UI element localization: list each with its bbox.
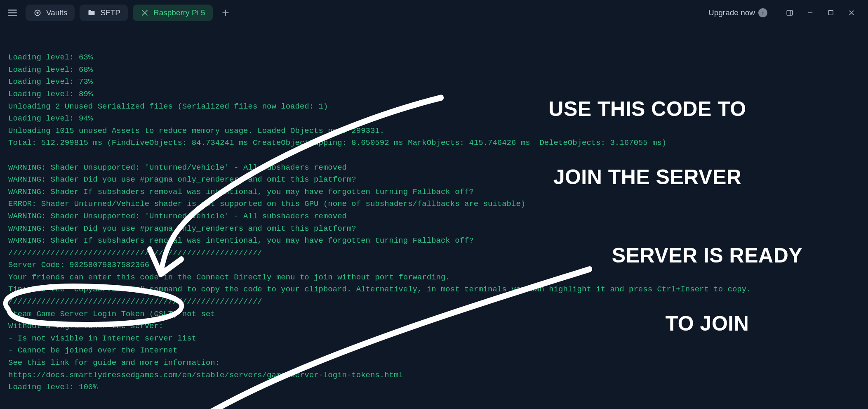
terminal-line: - Cannot be joined over the Internet — [8, 345, 860, 357]
tab-raspberry-pi-5[interactable]: Raspberry Pi 5 — [133, 5, 213, 21]
upgrade-label: Upgrade now — [708, 8, 755, 17]
titlebar: Vaults SFTP Raspberry Pi 5 Upgrade now ↑ — [0, 0, 868, 26]
panel-toggle-button[interactable] — [781, 5, 799, 20]
terminal-output[interactable]: Loading level: 63%Loading level: 68%Load… — [0, 26, 868, 409]
terminal-line: WARNING: Shader Did you use #pragma only… — [8, 174, 860, 186]
minimize-icon — [807, 9, 814, 17]
terminal-line: Loading level: 89% — [8, 88, 860, 101]
terminal-line: ////////////////////////////////////////… — [8, 247, 860, 260]
terminal-line: WARNING: Shader If subshaders removal wa… — [8, 186, 860, 199]
tab-label: Raspberry Pi 5 — [153, 8, 205, 17]
terminal-line — [8, 149, 860, 162]
svg-rect-5 — [829, 11, 833, 15]
plus-icon — [221, 9, 230, 17]
terminal-line: Loading level: 68% — [8, 64, 860, 76]
vault-icon — [33, 8, 42, 17]
maximize-icon — [827, 9, 835, 17]
upgrade-arrow-icon: ↑ — [758, 8, 767, 17]
tab-vaults[interactable]: Vaults — [26, 5, 75, 21]
terminal-line: ERROR: Shader Unturned/Vehicle shader is… — [8, 198, 860, 210]
terminal-line: Your friends can enter this code in the … — [8, 272, 860, 284]
terminal-line: Tip: Use the "CopyServerCode" command to… — [8, 284, 860, 296]
window-close-icon — [848, 9, 855, 17]
terminal-line: Unloading 2 Unused Serialized files (Ser… — [8, 101, 860, 113]
terminal-line: WARNING: Shader Did you use #pragma only… — [8, 223, 860, 235]
terminal-line: Loading level: 63% — [8, 52, 860, 64]
terminal-line: Loading level: 100% — [8, 381, 860, 394]
close-icon[interactable] — [140, 8, 149, 17]
new-tab-button[interactable] — [218, 5, 233, 21]
terminal-line: Steam Game Server Login Token (GSLT) not… — [8, 308, 860, 321]
menu-button[interactable] — [4, 5, 21, 21]
window-close-button[interactable] — [842, 5, 861, 20]
terminal-line: WARNING: Shader If subshaders removal wa… — [8, 235, 860, 247]
terminal-line: Server Code: 90258079837582366 — [8, 259, 860, 272]
svg-rect-2 — [787, 10, 793, 15]
terminal-line: https://docs.smartlydressedgames.com/en/… — [8, 369, 860, 382]
hamburger-icon — [7, 7, 18, 18]
window-maximize-button[interactable] — [822, 5, 840, 20]
terminal-line: Total: 512.299815 ms (FindLiveObjects: 8… — [8, 137, 860, 149]
folder-icon — [87, 8, 96, 17]
terminal-line: Without a login token the server: — [8, 320, 860, 333]
terminal-line: - Is not visible in Internet server list — [8, 333, 860, 345]
window-minimize-button[interactable] — [801, 5, 819, 20]
terminal-line: ////////////////////////////////////////… — [8, 296, 860, 308]
terminal-line: WARNING: Shader Unsupported: 'Unturned/V… — [8, 210, 860, 223]
terminal-line: Loading level: 94% — [8, 113, 860, 125]
terminal-line: See this link for guide and more informa… — [8, 357, 860, 369]
tab-label: SFTP — [100, 8, 120, 17]
tab-sftp[interactable]: SFTP — [80, 5, 128, 21]
terminal-line: Unloading 1015 unused Assets to reduce m… — [8, 125, 860, 137]
window-controls — [781, 5, 861, 20]
tab-label: Vaults — [46, 8, 67, 17]
terminal-line: Loading level: 73% — [8, 76, 860, 88]
svg-point-1 — [37, 12, 39, 14]
upgrade-now-button[interactable]: Upgrade now ↑ — [708, 8, 767, 17]
terminal-line: WARNING: Shader Unsupported: 'Unturned/V… — [8, 162, 860, 174]
panel-icon — [786, 9, 793, 17]
